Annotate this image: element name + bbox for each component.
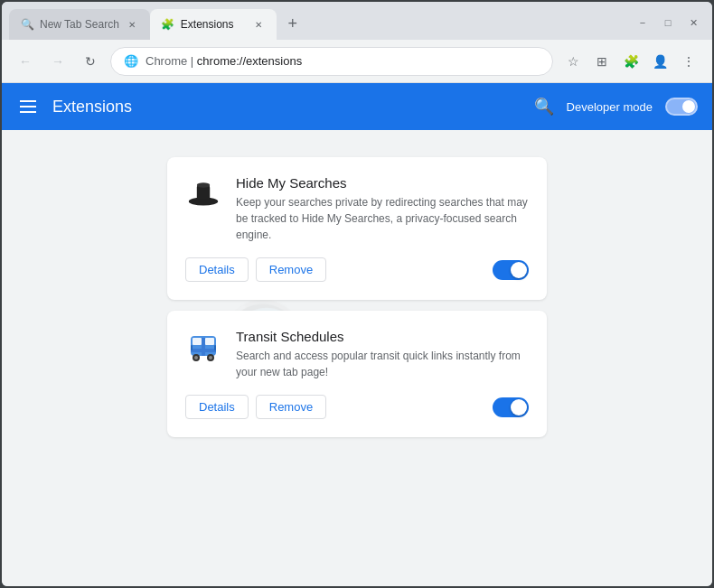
svg-point-10	[194, 356, 198, 359]
transit-schedules-details-button[interactable]: Details	[185, 395, 249, 419]
extensions-header-right: 🔍 Developer mode	[534, 97, 698, 117]
address-actions: ☆ ⊞ 🧩 👤 ⋮	[560, 49, 701, 74]
extensions-page-title: Extensions	[52, 98, 132, 117]
developer-mode-toggle[interactable]	[665, 98, 698, 116]
extensions-tab-icon: 🧩	[161, 17, 175, 32]
svg-rect-13	[191, 345, 193, 350]
hide-my-searches-details-button[interactable]: Details	[185, 257, 249, 282]
hide-my-searches-toggle[interactable]	[493, 260, 529, 280]
bookmark-button[interactable]: ☆	[560, 49, 586, 74]
new-tab-button[interactable]: +	[280, 11, 305, 36]
hat-svg	[187, 177, 220, 210]
svg-rect-5	[193, 338, 202, 345]
extension-card-hide-my-searches: Hide My Searches Keep your searches priv…	[167, 157, 547, 300]
transit-schedules-icon	[185, 329, 221, 365]
extension-card-header: Hide My Searches Keep your searches priv…	[185, 175, 529, 243]
hamburger-line-2	[20, 106, 36, 107]
address-path: chrome://extensions	[197, 54, 302, 68]
hamburger-line-3	[20, 111, 36, 113]
extension-buttons-transit-schedules: Details Remove	[185, 395, 326, 419]
title-bar: 🔍 New Tab Search ✕ 🧩 Extensions ✕ + − □ …	[2, 2, 712, 40]
menu-button[interactable]: ⋮	[676, 49, 701, 74]
extensions-close-icon[interactable]: ✕	[251, 17, 266, 32]
extension-info-hide-my-searches: Hide My Searches Keep your searches priv…	[236, 175, 529, 243]
maximize-button[interactable]: □	[656, 11, 680, 34]
extension-card-footer-transit-schedules: Details Remove	[185, 395, 529, 419]
hamburger-line-1	[20, 100, 36, 102]
svg-rect-3	[196, 199, 211, 202]
profile-button[interactable]: 👤	[647, 49, 672, 74]
new-tab-search-tab-title: New Tab Search	[40, 18, 119, 31]
svg-point-2	[197, 182, 210, 187]
address-bar-secure-icon: 🌐	[124, 54, 138, 68]
back-button[interactable]: ←	[13, 49, 38, 74]
address-domain: Chrome |	[146, 54, 197, 68]
svg-point-11	[209, 356, 212, 359]
extension-buttons-hide-my-searches: Details Remove	[185, 257, 326, 282]
tabs-container: 🔍 New Tab Search ✕ 🧩 Extensions ✕ +	[9, 9, 624, 40]
forward-button[interactable]: →	[45, 49, 70, 74]
extensions-search-icon[interactable]: 🔍	[534, 97, 554, 117]
address-text: Chrome | chrome://extensions	[146, 54, 540, 68]
hide-my-searches-icon	[185, 175, 221, 211]
transit-schedules-toggle[interactable]	[493, 397, 529, 417]
developer-mode-label: Developer mode	[567, 100, 653, 114]
extensions-header: Extensions 🔍 Developer mode	[2, 83, 712, 130]
transit-schedules-remove-button[interactable]: Remove	[256, 395, 326, 419]
extension-info-transit-schedules: Transit Schedules Search and access popu…	[236, 329, 529, 380]
extensions-tab-title: Extensions	[181, 18, 246, 31]
window-controls: − □ ✕	[631, 11, 705, 34]
extensions-header-left: Extensions	[16, 97, 132, 117]
extension-name-hide-my-searches: Hide My Searches	[236, 175, 529, 191]
extensions-content: 🔍 OP7 Hide My	[2, 130, 712, 586]
developer-mode-toggle-knob	[682, 100, 695, 113]
new-tab-search-close-icon[interactable]: ✕	[125, 17, 139, 32]
address-bar[interactable]: 🌐 Chrome | chrome://extensions	[110, 47, 553, 76]
browser-window: 🔍 New Tab Search ✕ 🧩 Extensions ✕ + − □ …	[0, 0, 714, 588]
minimize-button[interactable]: −	[631, 11, 654, 34]
extension-puzzle-button[interactable]: 🧩	[618, 49, 644, 74]
hamburger-menu-button[interactable]	[16, 97, 40, 117]
svg-rect-6	[205, 338, 214, 345]
screenshot-button[interactable]: ⊞	[589, 49, 615, 74]
tab-new-tab-search[interactable]: 🔍 New Tab Search ✕	[9, 9, 150, 40]
extension-desc-hide-my-searches: Keep your searches private by redirectin…	[236, 194, 529, 243]
bus-svg	[185, 329, 221, 365]
extension-card-footer-hide-my-searches: Details Remove	[185, 257, 529, 282]
transit-schedules-toggle-knob	[511, 399, 527, 415]
hide-my-searches-toggle-knob	[511, 262, 527, 278]
tab-extensions[interactable]: 🧩 Extensions ✕	[150, 9, 277, 40]
new-tab-search-tab-icon: 🔍	[20, 17, 34, 32]
address-bar-row: ← → ↻ 🌐 Chrome | chrome://extensions ☆ ⊞…	[2, 40, 712, 83]
extension-card-header-transit: Transit Schedules Search and access popu…	[185, 329, 529, 380]
extension-desc-transit-schedules: Search and access popular transit quick …	[236, 348, 529, 380]
hide-my-searches-remove-button[interactable]: Remove	[256, 257, 326, 282]
close-button[interactable]: ✕	[681, 11, 705, 34]
svg-rect-12	[202, 338, 205, 356]
extension-card-transit-schedules: Transit Schedules Search and access popu…	[167, 311, 547, 437]
extension-name-transit-schedules: Transit Schedules	[236, 329, 529, 344]
refresh-button[interactable]: ↻	[78, 49, 103, 74]
svg-rect-14	[214, 345, 216, 350]
extensions-list: Hide My Searches Keep your searches priv…	[167, 157, 547, 437]
